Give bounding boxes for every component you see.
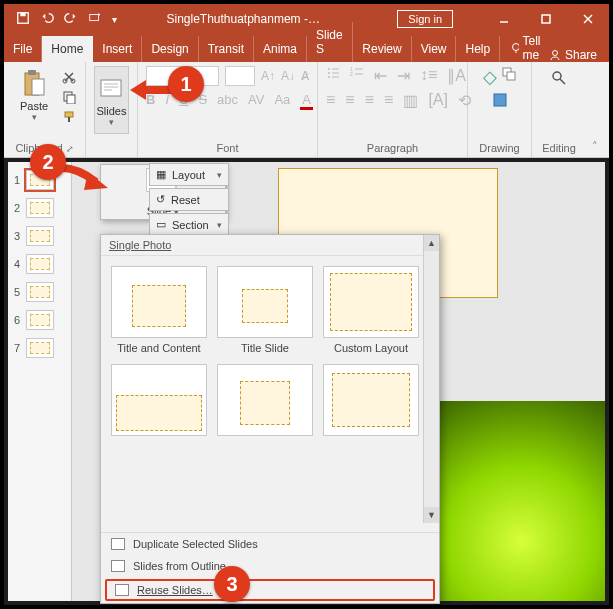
slide-thumbnail-panel: 1 2 3 4 5 6 7 [8,162,72,601]
tab-design[interactable]: Design [142,36,198,62]
reset-icon: ↺ [156,193,165,206]
annotation-3: 3 [214,566,250,602]
font-color-button[interactable]: A [300,92,313,110]
reuse-slides-option[interactable]: Reuse Slides… [105,579,435,601]
align-text-vert-icon[interactable]: [A] [428,91,448,110]
layout-title-slide[interactable]: Title Slide [217,266,313,354]
scroll-up-icon[interactable]: ▲ [424,235,439,251]
char-spacing-button[interactable]: AV [248,92,264,110]
slides-dropdown-button[interactable]: Slides ▾ [94,66,129,134]
format-painter-icon[interactable] [62,110,76,124]
group-clipboard: Paste ▾ Clipboard ⤢ [4,62,86,157]
tab-help[interactable]: Help [456,36,500,62]
tab-insert[interactable]: Insert [93,36,142,62]
share-button[interactable]: Share [549,48,597,62]
bullets-icon[interactable] [326,66,340,85]
group-label-drawing: Drawing [476,140,523,155]
change-case-button[interactable]: Aa [274,92,290,110]
quick-styles-icon[interactable] [492,92,508,112]
layout-option[interactable]: ▦Layout▾ [149,163,229,186]
layout-row2-3[interactable] [323,364,419,440]
reset-option[interactable]: ↺Reset [149,188,229,211]
side-options: ▦Layout▾ ↺Reset ▭Section▾ [149,163,229,238]
thumbnail-3[interactable]: 3 [8,222,71,250]
align-justify-icon[interactable]: ≡ [384,91,393,110]
group-label-font: Font [146,140,309,155]
save-icon[interactable] [16,11,30,28]
undo-icon[interactable] [40,11,54,28]
align-center-icon[interactable]: ≡ [345,91,354,110]
layout-row2-2[interactable] [217,364,313,440]
align-right-icon[interactable]: ≡ [365,91,374,110]
layout-title-and-content[interactable]: Title and Content [111,266,207,354]
svg-text:2: 2 [350,71,353,77]
copy-icon[interactable] [62,90,76,104]
ribbon-tabs: File Home Insert Design Transit Anima Sl… [4,34,609,62]
svg-point-7 [513,44,519,51]
close-button[interactable] [567,4,609,34]
scroll-down-icon[interactable]: ▼ [424,507,439,523]
text-direction-icon[interactable]: ∥A [447,66,466,85]
tab-home[interactable]: Home [42,36,93,62]
line-spacing-icon[interactable]: ↕≡ [420,66,437,85]
tab-review[interactable]: Review [353,36,411,62]
minimize-button[interactable] [483,4,525,34]
tab-view[interactable]: View [412,36,457,62]
numbering-icon[interactable]: 12 [350,66,364,85]
sign-in-button[interactable]: Sign in [397,10,453,28]
lightbulb-icon [510,42,518,54]
thumbnail-4[interactable]: 4 [8,250,71,278]
chevron-down-icon: ▾ [32,112,37,122]
slides-from-outline-option[interactable]: Slides from Outline [101,555,439,577]
qat-more-icon[interactable]: ▾ [112,14,117,25]
font-size-combo[interactable] [225,66,255,86]
thumbnail-7[interactable]: 7 [8,334,71,362]
document-title: SingleThuthuatphanmem -… [129,12,397,26]
paste-button[interactable]: Paste ▾ [12,66,56,124]
start-from-beginning-icon[interactable] [88,11,102,28]
cut-icon[interactable] [62,70,76,84]
quick-access-toolbar: ▾ [4,11,129,28]
tab-animations[interactable]: Anima [254,36,307,62]
gallery-scrollbar[interactable]: ▲ ▼ [423,235,439,523]
section-option[interactable]: ▭Section▾ [149,213,229,236]
indent-decrease-icon[interactable]: ⇤ [374,66,387,85]
thumbnail-6[interactable]: 6 [8,306,71,334]
svg-rect-4 [542,15,550,23]
thumbnail-2[interactable]: 2 [8,194,71,222]
tell-me[interactable]: Tell me [510,34,549,62]
group-label-paragraph: Paragraph [326,140,459,155]
ribbon: Paste ▾ Clipboard ⤢ Slides ▾ [4,62,609,158]
duplicate-slides-option[interactable]: Duplicate Selected Slides [101,533,439,555]
redo-icon[interactable] [64,11,78,28]
shapes-icon[interactable]: ◇ [483,66,497,88]
paste-label: Paste [20,100,48,112]
increase-font-icon[interactable]: A↑ [261,69,275,83]
thumbnail-5[interactable]: 5 [8,278,71,306]
annotation-2: 2 [30,144,66,180]
svg-rect-12 [32,79,44,95]
indent-increase-icon[interactable]: ⇥ [397,66,410,85]
layout-icon: ▦ [156,168,166,181]
layout-custom[interactable]: Custom Layout [323,266,419,354]
maximize-button[interactable] [525,4,567,34]
duplicate-icon [111,538,125,550]
columns-icon[interactable]: ▥ [403,91,418,110]
layout-row2-1[interactable] [111,364,207,440]
collapse-ribbon-icon[interactable]: ˄ [586,62,604,157]
align-left-icon[interactable]: ≡ [326,91,335,110]
tab-transitions[interactable]: Transit [199,36,254,62]
clear-format-icon[interactable]: A̷ [301,69,309,83]
find-icon[interactable] [551,70,567,90]
arrange-icon[interactable] [501,66,517,88]
shadow-button[interactable]: abc [217,92,238,110]
svg-point-22 [328,68,330,70]
tab-slideshow[interactable]: Slide S [307,22,353,62]
decrease-font-icon[interactable]: A↓ [281,69,295,83]
svg-point-9 [552,51,557,56]
new-slide-split-button: New Slide ▾ ▦Layout▾ ↺Reset ▭Section▾ [100,164,226,220]
chevron-down-icon: ▾ [109,117,114,127]
tab-file[interactable]: File [4,36,42,62]
group-drawing: ◇ Drawing [468,62,532,157]
group-slides: Slides ▾ [86,62,138,157]
